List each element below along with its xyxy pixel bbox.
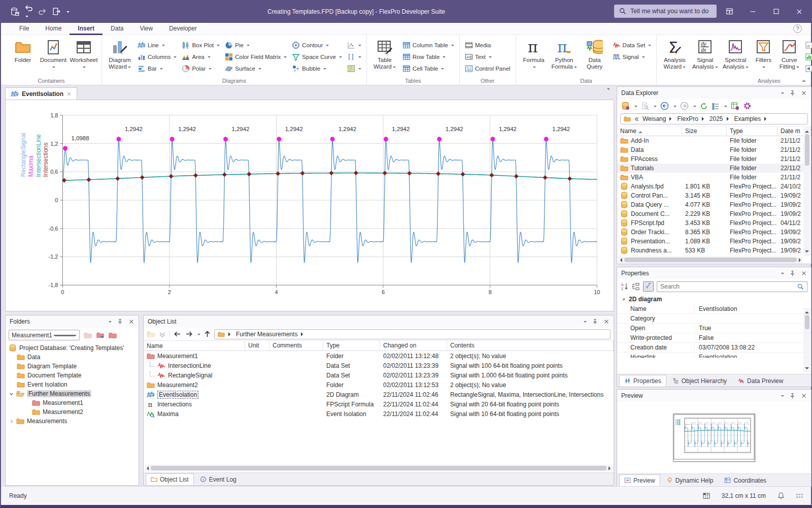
close-icon[interactable] xyxy=(603,319,610,325)
qat-customize-dropdown[interactable] xyxy=(66,11,70,14)
tree-item-project-database[interactable]: Project Database: 'Creating Templates' xyxy=(6,343,139,353)
properties-search[interactable] xyxy=(657,281,807,292)
list-item[interactable]: TutorialsFile folder22/11/2 xyxy=(617,164,811,173)
column-header-size[interactable]: Size xyxy=(682,126,727,136)
list-item[interactable]: FPScript.fpd3.453 KBFlexPro Project...04… xyxy=(617,218,811,228)
property-row[interactable]: Creation date03/07/2008 13:08:22 xyxy=(617,343,811,353)
ribbon-display-button[interactable] xyxy=(718,0,741,23)
curve-fitting-dropdown[interactable] xyxy=(796,67,799,70)
properties-group-2d-diagram[interactable]: 2D diagram xyxy=(617,294,811,304)
list-item[interactable]: Add-InFile folder21/11/2 xyxy=(617,136,811,145)
scatter-tools-button[interactable] xyxy=(345,40,363,51)
column-header-type[interactable]: Type xyxy=(727,126,777,136)
horizontal-scrollbar[interactable] xyxy=(618,257,803,263)
chevron-collapse-icon[interactable] xyxy=(634,116,639,122)
list-item[interactable]: Document C...2.229 KBFlexPro Project...1… xyxy=(617,209,811,218)
back-dropdown[interactable] xyxy=(673,106,676,109)
close-tab-icon[interactable] xyxy=(66,91,72,97)
redo-button[interactable] xyxy=(38,7,47,16)
spectral-analysis-dropdown[interactable] xyxy=(746,67,749,70)
tab-dynamic-help[interactable]: Dynamic Help xyxy=(661,474,719,486)
document-button[interactable]: Document xyxy=(39,37,68,77)
close-button[interactable] xyxy=(788,0,811,23)
folder-button[interactable]: Folder xyxy=(8,37,38,77)
line-diagram-button[interactable]: Line xyxy=(136,40,179,51)
close-icon[interactable] xyxy=(801,393,807,399)
curve-fitting-button[interactable]: CurveFitting xyxy=(776,37,802,77)
tree-item-data[interactable]: Data xyxy=(6,353,139,362)
spectral-analysis-button[interactable]: SpectralAnalysis xyxy=(721,37,750,77)
table-row[interactable]: IntersectionLine Data Set02/02/2011 13:2… xyxy=(144,361,614,370)
scrollbar-thumb[interactable] xyxy=(805,134,809,166)
area-diagram-button[interactable]: Area xyxy=(180,51,222,62)
collapse-triangle-icon[interactable] xyxy=(621,297,626,301)
ribbon-collapse-button[interactable] xyxy=(802,78,806,82)
categorize-icon[interactable] xyxy=(632,282,640,291)
box-plot-button[interactable]: Box Plot xyxy=(180,40,222,51)
diagram-wizard-button[interactable]: DiagramWizard xyxy=(105,37,134,77)
expand-all-icon[interactable] xyxy=(158,330,166,338)
back-arrow-icon[interactable] xyxy=(173,330,182,338)
tree-item-document-template[interactable]: Document Template xyxy=(6,371,139,380)
tab-object-hierarchy[interactable]: Object Hierarchy xyxy=(667,375,732,387)
toggle-description-button[interactable] xyxy=(643,281,654,292)
column-header-type[interactable]: Type xyxy=(323,341,380,351)
row-table-button[interactable]: Row Table xyxy=(400,51,456,62)
tab-coordinates[interactable]: Coordinates xyxy=(719,474,771,486)
preview-dropdown[interactable] xyxy=(654,106,657,109)
scroll-up-icon[interactable] xyxy=(805,129,809,133)
panel-menu-dropdown[interactable] xyxy=(109,321,112,324)
pin-icon[interactable] xyxy=(789,270,796,277)
column-header-changed-on[interactable]: Changed on xyxy=(380,341,447,351)
column-header-comments[interactable]: Comments xyxy=(269,341,323,351)
analysis-wizard-dropdown[interactable] xyxy=(683,67,686,70)
tab-list-dropdown[interactable] xyxy=(607,88,610,91)
column-header-contents[interactable]: Contents xyxy=(447,341,614,351)
list-item[interactable]: Data Query ...4.077 KBFlexPro Project...… xyxy=(617,200,811,209)
tree-item-event-isolation[interactable]: Event Isolation xyxy=(6,380,139,389)
property-row[interactable]: Write-protectedFalse xyxy=(617,333,811,343)
maximize-button[interactable] xyxy=(764,0,788,23)
forward-arrow-icon[interactable] xyxy=(185,330,193,338)
close-icon[interactable] xyxy=(128,319,134,325)
scrollbar-thumb[interactable] xyxy=(805,315,809,329)
tab-insert[interactable]: Insert xyxy=(70,23,103,35)
folder-selector-combo[interactable]: Measurement1 xyxy=(9,330,80,340)
list-item[interactable]: Analysis.fpd1.801 KBFlexPro Project...24… xyxy=(617,182,811,191)
object-list-breadcrumb[interactable]: Further Measurements xyxy=(214,329,611,339)
surface-diagram-button[interactable]: Surface xyxy=(223,63,289,74)
list-item[interactable]: Presentation...1.089 KBFlexPro Project..… xyxy=(617,237,811,246)
panel-menu-dropdown[interactable] xyxy=(781,273,784,276)
view-mode-icon[interactable] xyxy=(712,102,720,110)
diagram-wizard-dropdown[interactable] xyxy=(128,67,131,70)
tab-developer[interactable]: Developer xyxy=(161,23,205,35)
close-icon[interactable] xyxy=(801,270,807,276)
pin-icon[interactable] xyxy=(789,393,796,399)
breadcrumb-flexpro[interactable]: FlexPro xyxy=(677,115,698,122)
signal-button[interactable]: Signal xyxy=(611,51,654,62)
table-wizard-dropdown[interactable] xyxy=(393,67,396,70)
forward-dropdown[interactable] xyxy=(693,106,696,109)
tab-data-preview[interactable]: Data Preview xyxy=(733,375,788,387)
panel-menu-dropdown[interactable] xyxy=(781,92,784,96)
tab-properties[interactable]: Properties xyxy=(619,375,666,387)
bar-diagram-button[interactable]: Bar xyxy=(136,63,179,74)
cell-table-button[interactable]: Cell Table xyxy=(400,63,456,74)
tab-file[interactable]: File xyxy=(11,23,37,35)
pin-icon[interactable] xyxy=(789,90,796,97)
acoustics-button[interactable]: Acoustics xyxy=(803,63,812,74)
data-query-button[interactable]: DataQuery xyxy=(580,37,610,77)
bell-icon[interactable] xyxy=(777,492,785,500)
list-item[interactable]: VBAFile folder21/11/2 xyxy=(617,173,811,182)
document-tab-eventisolation[interactable]: EventIsolation xyxy=(5,87,77,100)
panel-menu-dropdown[interactable] xyxy=(584,321,587,324)
scroll-right-icon[interactable] xyxy=(608,466,613,470)
up-arrow-icon[interactable] xyxy=(204,330,211,338)
scroll-up-icon[interactable] xyxy=(805,309,809,313)
tree-item-further-measurements[interactable]: Further Measurements xyxy=(6,389,139,398)
properties-search-input[interactable] xyxy=(660,283,797,290)
pie-diagram-button[interactable]: Pie xyxy=(223,40,289,51)
open-object-icon[interactable] xyxy=(147,330,155,338)
sort-az-icon[interactable]: AZ xyxy=(621,282,629,291)
column-header-unit[interactable]: Unit xyxy=(245,341,269,351)
